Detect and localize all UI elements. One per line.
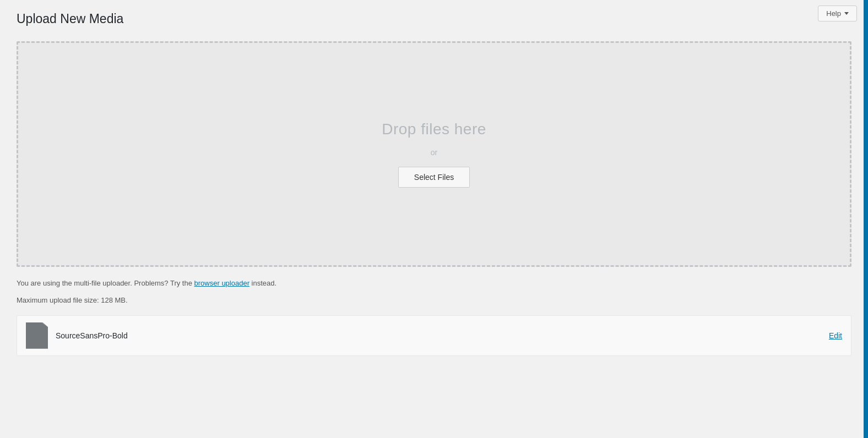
or-text: or (431, 148, 437, 157)
scrollbar-thumb[interactable] (864, 0, 868, 438)
help-button-container: Help (818, 6, 857, 21)
multi-file-text-prefix: You are using the multi-file uploader. P… (17, 279, 194, 287)
drop-files-text: Drop files here (382, 121, 486, 138)
drop-zone[interactable]: Drop files here or Select Files (17, 41, 851, 267)
max-upload-text: Maximum upload file size: 128 MB. (17, 296, 851, 304)
file-item: SourceSansPro-Bold Edit (17, 315, 851, 356)
multi-file-text-suffix: instead. (249, 279, 276, 287)
select-files-button[interactable]: Select Files (398, 167, 470, 188)
chevron-down-icon (844, 12, 849, 15)
help-button-label: Help (826, 9, 841, 18)
edit-link[interactable]: Edit (829, 331, 842, 340)
help-button[interactable]: Help (818, 6, 857, 21)
file-icon (26, 322, 48, 349)
multi-file-info: You are using the multi-file uploader. P… (17, 278, 851, 289)
scrollbar[interactable] (864, 0, 868, 438)
browser-uploader-link[interactable]: browser uploader (194, 279, 249, 287)
page-container: Help Upload New Media Drop files here or… (0, 0, 868, 373)
file-name: SourceSansPro-Bold (56, 331, 821, 340)
page-title: Upload New Media (17, 11, 851, 28)
